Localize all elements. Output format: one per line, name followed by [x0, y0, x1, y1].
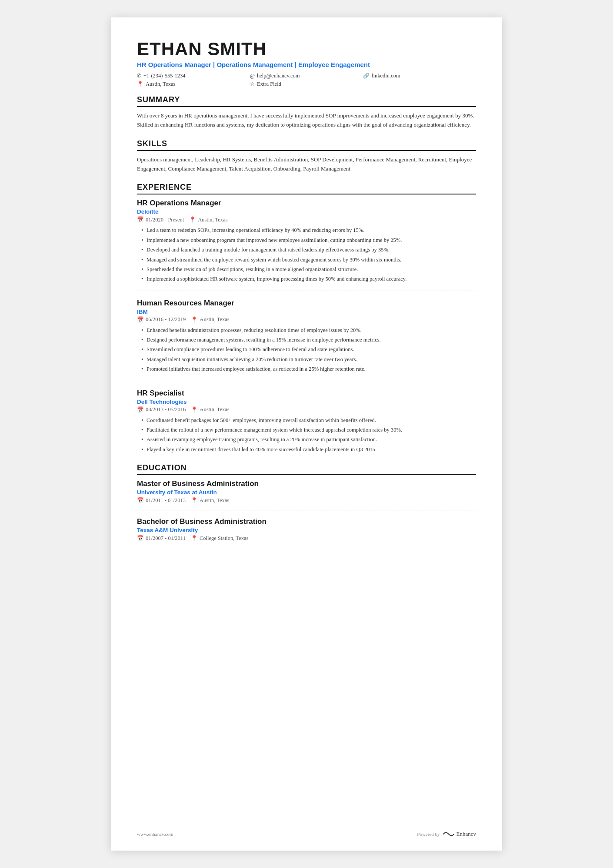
exp-company-1: Deloitte — [137, 208, 476, 215]
pin-icon-1: 📍 — [189, 216, 196, 223]
bullet-2-4: Managed talent acquisition initiatives a… — [141, 355, 476, 364]
edu-date-1: 📅 01/2011 - 01/2013 — [137, 497, 186, 504]
header-section: ETHAN SMITH HR Operations Manager | Oper… — [137, 39, 476, 87]
linkedin-icon: 🔗 — [363, 73, 370, 79]
contact-linkedin: 🔗 linkedin.com — [363, 73, 476, 79]
experience-heading: EXPERIENCE — [137, 183, 476, 194]
location-icon: 📍 — [137, 81, 143, 87]
bullet-1-4: Managed and streamlined the employee rew… — [141, 256, 476, 264]
exp-location-1: 📍 Austin, Texas — [189, 216, 227, 223]
bullet-3-4: Played a key role in recruitment drives … — [141, 446, 476, 454]
contact-phone: ✆ +1-(234)-555-1234 — [137, 73, 250, 79]
edu-pin-icon-2: 📍 — [191, 535, 198, 542]
summary-section: SUMMARY With over 8 years in HR operatio… — [137, 95, 476, 130]
footer-brand-area: Powered by Enhancv — [417, 831, 476, 838]
exp-location-3: 📍 Austin, Texas — [191, 406, 229, 413]
edu-calendar-icon-2: 📅 — [137, 535, 144, 542]
pin-icon-2: 📍 — [191, 316, 198, 323]
skills-heading: SKILLS — [137, 139, 476, 151]
edu-location-2: 📍 College Station, Texas — [191, 535, 248, 542]
phone-value: +1-(234)-555-1234 — [143, 73, 186, 79]
exp-bullets-2: Enhanced benefits administration process… — [137, 326, 476, 374]
exp-divider-2 — [137, 381, 476, 381]
education-section: EDUCATION Master of Business Administrat… — [137, 463, 476, 542]
edu-degree-2: Bachelor of Business Administration — [137, 517, 476, 526]
location-value: Austin, Texas — [146, 81, 175, 87]
enhancv-logo-icon — [443, 831, 455, 838]
exp-date-1: 📅 01/2020 - Present — [137, 216, 184, 223]
bullet-1-2: Implemented a new onboarding program tha… — [141, 236, 476, 245]
education-heading: EDUCATION — [137, 463, 476, 475]
contact-email: @ help@enhancv.com — [250, 73, 363, 79]
edu-school-2: Texas A&M University — [137, 527, 476, 533]
exp-date-2: 📅 06/2016 - 12/2019 — [137, 316, 186, 323]
edu-meta-2: 📅 01/2007 - 01/2011 📍 College Station, T… — [137, 535, 476, 542]
bullet-3-2: Facilitated the rollout of a new perform… — [141, 426, 476, 434]
email-value: help@enhancv.com — [257, 73, 300, 79]
bullet-1-1: Led a team to redesign SOPs, increasing … — [141, 226, 476, 235]
exp-date-3: 📅 08/2013 - 05/2016 — [137, 406, 186, 413]
exp-meta-1: 📅 01/2020 - Present 📍 Austin, Texas — [137, 216, 476, 223]
experience-section: EXPERIENCE HR Operations Manager Deloitt… — [137, 183, 476, 454]
calendar-icon-2: 📅 — [137, 316, 144, 323]
exp-location-2: 📍 Austin, Texas — [191, 316, 229, 323]
contact-location: 📍 Austin, Texas — [137, 81, 250, 87]
exp-job-title-2: Human Resources Manager — [137, 299, 476, 308]
footer-website: www.enhancv.com — [137, 831, 173, 837]
page-footer: www.enhancv.com Powered by Enhancv — [137, 831, 476, 838]
edu-divider-1 — [137, 510, 476, 510]
bullet-2-2: Designed performance management systems,… — [141, 336, 476, 344]
edu-date-2: 📅 01/2007 - 01/2011 — [137, 535, 186, 542]
bullet-2-3: Streamlined compliance procedures leadin… — [141, 345, 476, 354]
resume-page: ETHAN SMITH HR Operations Manager | Oper… — [111, 17, 502, 851]
summary-text: With over 8 years in HR operations manag… — [137, 111, 476, 130]
contact-grid: ✆ +1-(234)-555-1234 @ help@enhancv.com 🔗… — [137, 73, 476, 87]
bullet-2-1: Enhanced benefits administration process… — [141, 326, 476, 335]
edu-meta-1: 📅 01/2011 - 01/2013 📍 Austin, Texas — [137, 497, 476, 504]
calendar-icon-1: 📅 — [137, 216, 144, 223]
extra-value: Extra Field — [257, 81, 281, 87]
exp-item-3: HR Specialist Dell Technologies 📅 08/201… — [137, 389, 476, 454]
summary-heading: SUMMARY — [137, 95, 476, 107]
exp-divider-1 — [137, 291, 476, 291]
exp-item-2: Human Resources Manager IBM 📅 06/2016 - … — [137, 299, 476, 381]
edu-item-2: Bachelor of Business Administration Texa… — [137, 517, 476, 542]
skills-text: Operations management, Leadership, HR Sy… — [137, 155, 476, 174]
edu-location-1: 📍 Austin, Texas — [191, 497, 229, 504]
exp-item-1: HR Operations Manager Deloitte 📅 01/2020… — [137, 199, 476, 291]
edu-degree-1: Master of Business Administration — [137, 479, 476, 488]
skills-section: SKILLS Operations management, Leadership… — [137, 139, 476, 174]
candidate-title: HR Operations Manager | Operations Manag… — [137, 61, 476, 68]
edu-calendar-icon-1: 📅 — [137, 497, 144, 504]
phone-icon: ✆ — [137, 73, 141, 79]
edu-pin-icon-1: 📍 — [191, 497, 198, 504]
email-icon: @ — [250, 73, 255, 79]
bullet-1-3: Developed and launched a training module… — [141, 246, 476, 254]
calendar-icon-3: 📅 — [137, 406, 144, 413]
bullet-1-6: Implemented a sophisticated HR software … — [141, 275, 476, 283]
exp-meta-3: 📅 08/2013 - 05/2016 📍 Austin, Texas — [137, 406, 476, 413]
contact-extra: ☆ Extra Field — [250, 81, 363, 87]
pin-icon-3: 📍 — [191, 406, 198, 413]
exp-company-3: Dell Technologies — [137, 399, 476, 405]
candidate-name: ETHAN SMITH — [137, 39, 476, 59]
powered-by-label: Powered by — [417, 831, 440, 837]
linkedin-value: linkedin.com — [372, 73, 400, 79]
exp-job-title-3: HR Specialist — [137, 389, 476, 398]
edu-item-1: Master of Business Administration Univer… — [137, 479, 476, 510]
bullet-2-5: Promoted initiatives that increased empl… — [141, 365, 476, 373]
exp-company-2: IBM — [137, 308, 476, 315]
exp-meta-2: 📅 06/2016 - 12/2019 📍 Austin, Texas — [137, 316, 476, 323]
enhancv-brand-name: Enhancv — [456, 831, 476, 838]
edu-school-1: University of Texas at Austin — [137, 489, 476, 496]
bullet-3-1: Coordinated benefit packages for 500+ em… — [141, 416, 476, 425]
bullet-1-5: Spearheaded the revision of job descript… — [141, 265, 476, 274]
enhancv-logo: Enhancv — [443, 831, 476, 838]
exp-job-title-1: HR Operations Manager — [137, 199, 476, 208]
bullet-3-3: Assisted in revamping employee training … — [141, 436, 476, 444]
exp-bullets-1: Led a team to redesign SOPs, increasing … — [137, 226, 476, 283]
star-icon: ☆ — [250, 81, 255, 87]
exp-bullets-3: Coordinated benefit packages for 500+ em… — [137, 416, 476, 454]
